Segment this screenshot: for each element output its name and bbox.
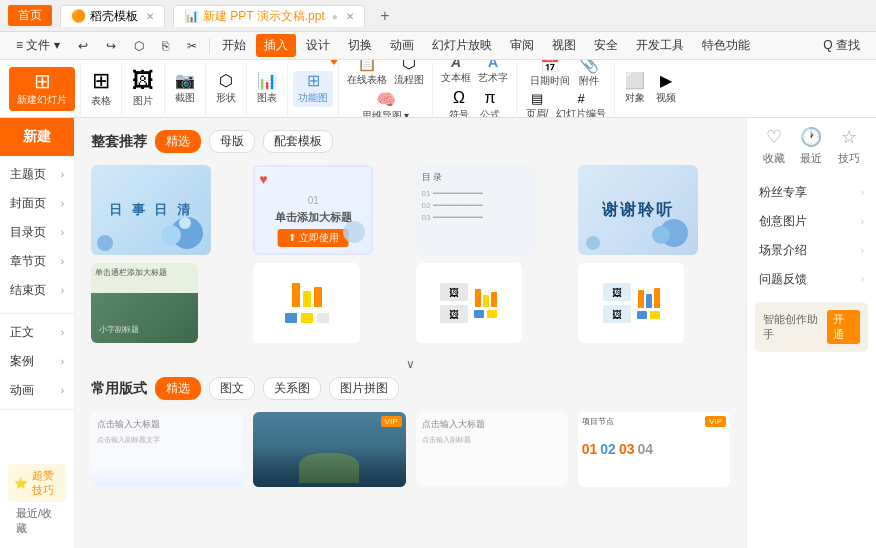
- menu-file[interactable]: ≡ 文件 ▾: [8, 34, 68, 57]
- smart-assistant-label: 智能创作助手: [763, 312, 827, 342]
- sidebar-item-animation[interactable]: 动画 ›: [0, 376, 74, 405]
- menu-paste[interactable]: ⎘: [154, 36, 177, 56]
- sidebar-example-arrow: ›: [61, 356, 64, 367]
- sidebar-tips-button[interactable]: ⭐ 超赞技巧: [8, 464, 66, 502]
- online-table-button[interactable]: 📋 在线表格: [344, 60, 390, 89]
- open-button[interactable]: 开通: [827, 310, 860, 344]
- menu-switch[interactable]: 切换: [340, 34, 380, 57]
- panel-question-feedback[interactable]: 问题反馈 ›: [755, 265, 868, 294]
- menu-bar: ≡ 文件 ▾ ↩ ↪ ⬡ ⎘ ✂ 开始 插入 设计 切换 动画 幻灯片放映 审阅…: [0, 32, 876, 60]
- new-slide-button[interactable]: ⊞ 新建幻灯片: [9, 67, 75, 111]
- function-button[interactable]: ⊞ 功能图: [293, 71, 333, 107]
- flow-chart-button[interactable]: ⬡ 流程图: [391, 60, 427, 89]
- filter2-jingxuan[interactable]: 精选: [155, 377, 201, 400]
- symbol-button[interactable]: Ω 符号: [444, 87, 474, 118]
- sidebar-theme-label: 主题页: [10, 166, 46, 183]
- panel-creative-img[interactable]: 创意图片 ›: [755, 207, 868, 236]
- menu-security[interactable]: 安全: [586, 34, 626, 57]
- card2-use-button[interactable]: ⬆ 立即使用: [278, 229, 349, 247]
- menu-redo[interactable]: ↪: [98, 36, 124, 56]
- home-tab[interactable]: 首页: [8, 5, 52, 26]
- template-card-1[interactable]: 日 事 日 清: [91, 165, 211, 255]
- bottom-card-1[interactable]: 点击输入大标题 点击输入副标题文字: [91, 412, 243, 487]
- template-card-8[interactable]: 🖼 🖼: [578, 263, 685, 343]
- chart-icon: 📊: [257, 73, 277, 89]
- slide-num-button[interactable]: # 幻灯片编号: [553, 90, 609, 118]
- sidebar-item-cover[interactable]: 封面页 ›: [0, 189, 74, 218]
- sidebar-item-chapter[interactable]: 章节页 ›: [0, 247, 74, 276]
- menu-design[interactable]: 设计: [298, 34, 338, 57]
- panel-collect-icon[interactable]: ♡ 收藏: [763, 126, 785, 166]
- template-card-7[interactable]: 🖼 🖼: [416, 263, 523, 343]
- filter-muban[interactable]: 母版: [209, 130, 255, 153]
- menu-undo[interactable]: ↩: [70, 36, 96, 56]
- ppt-tab-close[interactable]: ✕: [346, 11, 354, 22]
- ppt-tab[interactable]: 📊 新建 PPT 演示文稿.ppt ● ✕: [173, 5, 365, 27]
- chart-button[interactable]: 📊 图表: [252, 71, 282, 107]
- picture-button[interactable]: 🖼 图片: [127, 68, 159, 110]
- sidebar-item-end[interactable]: 结束页 ›: [0, 276, 74, 305]
- filter2-pintu[interactable]: 图片拼图: [329, 377, 399, 400]
- menu-view[interactable]: 视图: [544, 34, 584, 57]
- template-tab-close[interactable]: ✕: [146, 11, 154, 22]
- function-group: ⊞ 功能图: [288, 63, 339, 115]
- sidebar-item-example[interactable]: 案例 ›: [0, 347, 74, 376]
- menu-animation[interactable]: 动画: [382, 34, 422, 57]
- template-tab[interactable]: 🟠 稻壳模板 ✕: [60, 5, 165, 27]
- sidebar-toc-label: 目录页: [10, 224, 46, 241]
- sidebar-item-main[interactable]: 正文 ›: [0, 318, 74, 347]
- menu-review[interactable]: 审阅: [502, 34, 542, 57]
- bottom-card-3[interactable]: 点击输入大标题 点击输入副标题: [416, 412, 568, 487]
- filter2-tuwu[interactable]: 图文: [209, 377, 255, 400]
- smart-diagram-button[interactable]: 🧠 思维导图 ▾: [359, 89, 413, 119]
- art-word-label: 艺术字: [478, 71, 508, 85]
- sidebar-item-theme[interactable]: 主题页 ›: [0, 160, 74, 189]
- menu-dev[interactable]: 开发工具: [628, 34, 692, 57]
- screenshot-button[interactable]: 📷 截图: [170, 71, 200, 107]
- shape-button[interactable]: ⬡ 形状: [211, 71, 241, 107]
- template-card-5[interactable]: 单击通栏添加大标题 小字副标题: [91, 263, 198, 343]
- object-button[interactable]: ⬜ 对象: [620, 70, 650, 107]
- art-word-button[interactable]: A 艺术字: [475, 60, 511, 87]
- menu-slideshow[interactable]: 幻灯片放映: [424, 34, 500, 57]
- menu-insert[interactable]: 插入: [256, 34, 296, 57]
- sidebar-chapter-label: 章节页: [10, 253, 46, 270]
- template-card-6[interactable]: [253, 263, 360, 343]
- filter-jingxuan[interactable]: 精选: [155, 130, 201, 153]
- object-group: ⬜ 对象 ▶ 视频: [615, 63, 686, 115]
- textbox-button[interactable]: A 文本框: [438, 60, 474, 87]
- template-tab-label: 稻壳模板: [90, 8, 138, 25]
- add-tab-button[interactable]: +: [373, 4, 397, 28]
- header-footer-button[interactable]: ▤ 页眉/: [522, 90, 552, 118]
- menu-special[interactable]: 特色功能: [694, 34, 758, 57]
- table-button[interactable]: ⊞ 表格: [86, 68, 116, 110]
- filter2-guanxitu[interactable]: 关系图: [263, 377, 321, 400]
- template-card-3[interactable]: 目 录 01 ━━━━━━━━━━ 02 ━━━━━━━━━━ 03 ━━━━━…: [416, 165, 536, 255]
- sidebar-new-button[interactable]: 新建: [0, 118, 74, 156]
- menu-copy-format[interactable]: ⬡: [126, 36, 152, 56]
- sidebar-item-toc[interactable]: 目录页 ›: [0, 218, 74, 247]
- sidebar-end-arrow: ›: [61, 285, 64, 296]
- sidebar-main-arrow: ›: [61, 327, 64, 338]
- panel-tips-icon[interactable]: ☆ 技巧: [838, 126, 860, 166]
- filter-peitao[interactable]: 配套模板: [263, 130, 333, 153]
- bottom-card-4[interactable]: 项目节点 VIP 01 02 03 04: [578, 412, 730, 487]
- formula-button[interactable]: π 公式: [475, 87, 505, 118]
- show-more-button[interactable]: ∨: [91, 351, 730, 377]
- panel-fans-share[interactable]: 粉丝专享 ›: [755, 178, 868, 207]
- attachment-button[interactable]: 📎 附件: [574, 60, 604, 90]
- menu-crop[interactable]: ✂: [179, 36, 205, 56]
- template-card-4[interactable]: 谢谢聆听: [578, 165, 698, 255]
- sidebar-recent-button[interactable]: 最近/收藏: [8, 502, 66, 540]
- panel-recent-icon[interactable]: 🕐 最近: [800, 126, 822, 166]
- panel-scene-intro[interactable]: 场景介绍 ›: [755, 236, 868, 265]
- bottom-card3-content: 点击输入大标题 点击输入副标题: [416, 412, 568, 487]
- chart-label: 图表: [257, 91, 277, 105]
- datetime-button[interactable]: 📅 日期时间: [527, 60, 573, 90]
- bottom-card-2[interactable]: VIP: [253, 412, 405, 487]
- menu-search[interactable]: Q 查找: [815, 34, 868, 57]
- video-button[interactable]: ▶ 视频: [651, 70, 681, 107]
- menu-start[interactable]: 开始: [214, 34, 254, 57]
- template-card-2[interactable]: ♥ 01 单击添加大标题 ⬆ 立即使用: [253, 165, 373, 255]
- card5-content: 单击通栏添加大标题 小字副标题: [91, 263, 198, 343]
